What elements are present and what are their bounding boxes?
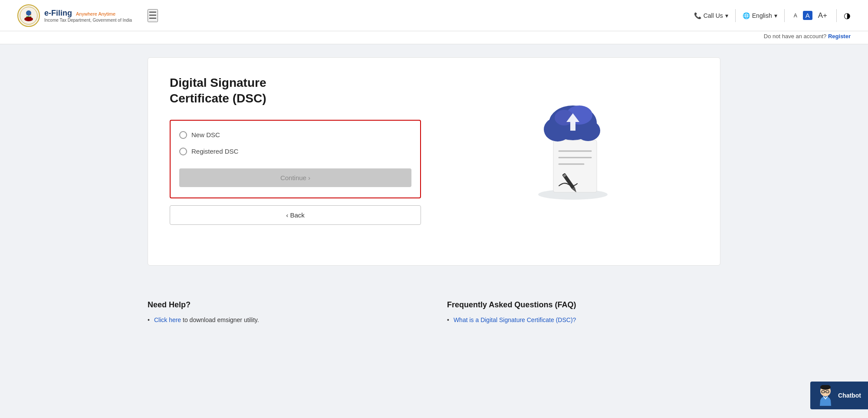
hamburger-button[interactable]: ☰	[148, 9, 158, 22]
new-dsc-option[interactable]: New DSC	[179, 131, 411, 139]
contrast-button[interactable]: ◑	[844, 11, 851, 20]
back-button[interactable]: ‹ Back	[170, 205, 421, 225]
faq-row-1: • What is a Digital Signature Certificat…	[447, 316, 720, 323]
right-section	[447, 75, 698, 205]
continue-button[interactable]: Continue ›	[179, 168, 411, 187]
divider-2	[784, 9, 785, 22]
faq-link-1[interactable]: What is a Digital Signature Certificate …	[454, 316, 576, 323]
registered-dsc-option[interactable]: Registered DSC	[179, 148, 411, 155]
left-section: Digital Signature Certificate (DSC) New …	[170, 75, 421, 225]
phone-icon: 📞	[694, 12, 701, 19]
dsc-options-box: New DSC Registered DSC Continue ›	[170, 120, 421, 198]
subheader: Do not have an account? Register	[0, 31, 868, 44]
content-card: Digital Signature Certificate (DSC) New …	[148, 57, 720, 266]
font-large-button[interactable]: A+	[816, 10, 829, 21]
footer-section: Need Help? • Click here to download emsi…	[130, 283, 738, 341]
need-help-col: Need Help? • Click here to download emsi…	[148, 300, 421, 323]
emblem-icon: 🇮🇳	[17, 4, 40, 27]
header-left: 🇮🇳 e-Filing Anywhere Anytime Income Tax …	[17, 4, 158, 27]
bullet-2: •	[447, 316, 449, 323]
main-header: 🇮🇳 e-Filing Anywhere Anytime Income Tax …	[0, 0, 868, 31]
call-us-button[interactable]: 📞 Call Us ▾	[694, 12, 728, 19]
main-container: Digital Signature Certificate (DSC) New …	[130, 44, 738, 283]
font-medium-button[interactable]: A	[803, 11, 812, 20]
dsc-illustration	[512, 84, 634, 205]
chatbot-label: Chatbot	[838, 392, 861, 399]
chatbot-avatar-icon	[817, 385, 834, 406]
font-controls: A A A+	[792, 10, 829, 21]
no-account-text: Do not have an account?	[764, 33, 827, 39]
click-here-text: to download emsigner utility.	[183, 316, 259, 323]
header-right: 📞 Call Us ▾ 🌐 English ▾ A A A+ ◑	[694, 9, 851, 22]
registered-dsc-label: Registered DSC	[191, 148, 238, 155]
svg-point-3	[26, 10, 31, 16]
faq-col: Frequently Asked Questions (FAQ) • What …	[447, 300, 720, 323]
lang-chevron-icon: ▾	[774, 12, 777, 19]
chatbot-widget[interactable]: Chatbot	[810, 382, 868, 409]
new-dsc-label: New DSC	[191, 131, 220, 138]
click-here-row: • Click here to download emsigner utilit…	[148, 316, 421, 323]
faq-title: Frequently Asked Questions (FAQ)	[447, 300, 720, 309]
divider-3	[836, 9, 837, 22]
font-small-button[interactable]: A	[792, 12, 799, 20]
svg-rect-6	[553, 140, 597, 192]
register-link[interactable]: Register	[828, 33, 851, 39]
need-help-title: Need Help?	[148, 300, 421, 309]
svg-point-4	[24, 17, 33, 21]
language-button[interactable]: 🌐 English ▾	[743, 12, 777, 19]
divider-1	[735, 9, 736, 22]
page-title: Digital Signature Certificate (DSC)	[170, 75, 421, 107]
new-dsc-radio[interactable]	[179, 131, 187, 139]
logo-text: e-Filing Anywhere Anytime Income Tax Dep…	[44, 9, 132, 23]
registered-dsc-radio[interactable]	[179, 148, 187, 155]
globe-icon: 🌐	[743, 12, 750, 19]
logo-subtitle: Income Tax Department, Government of Ind…	[44, 18, 132, 23]
bullet-1: •	[148, 316, 150, 323]
logo-area: 🇮🇳 e-Filing Anywhere Anytime Income Tax …	[17, 4, 132, 27]
logo-efiling: e-Filing Anywhere Anytime	[44, 9, 132, 18]
call-chevron-icon: ▾	[725, 12, 728, 19]
click-here-link[interactable]: Click here	[154, 316, 181, 323]
